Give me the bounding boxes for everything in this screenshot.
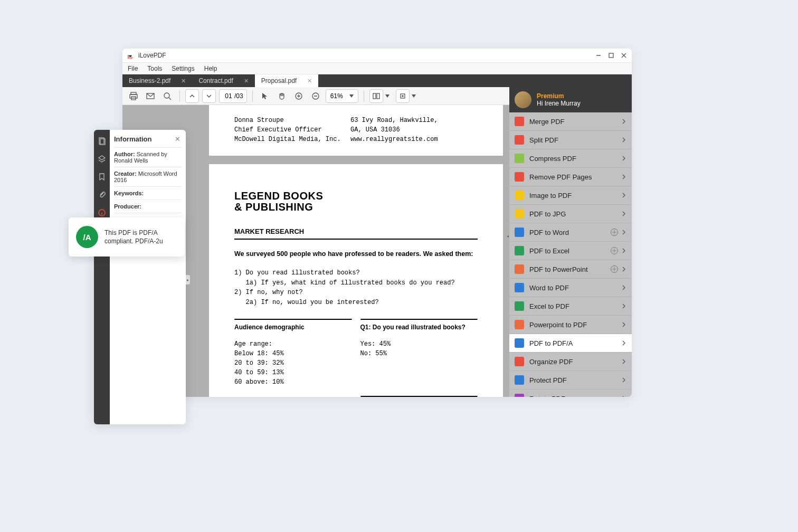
tool-icon bbox=[515, 320, 524, 329]
tool-icon bbox=[515, 246, 524, 255]
zoom-select[interactable]: 61% bbox=[326, 89, 358, 103]
tool-item-powerpoint-to-pdf[interactable]: Powerpoint to PDF bbox=[509, 316, 632, 334]
window-minimize-button[interactable] bbox=[596, 53, 601, 58]
doc-text: McDowell Digital Media, Inc. bbox=[234, 135, 350, 144]
view-mode-button[interactable] bbox=[369, 89, 383, 103]
tool-item-compress-pdf[interactable]: Compress PDF bbox=[509, 149, 632, 168]
chevron-right-icon bbox=[622, 396, 625, 397]
tab-close-icon[interactable]: ✕ bbox=[307, 78, 312, 84]
tool-label: Split PDF bbox=[529, 136, 558, 144]
zoom-value: 61% bbox=[330, 92, 343, 100]
svg-marker-18 bbox=[349, 94, 354, 98]
tool-item-pdf-to-word[interactable]: PDF to Word bbox=[509, 223, 632, 242]
tool-item-organize-pdf[interactable]: Organize PDF bbox=[509, 353, 632, 371]
page-input[interactable]: 01 /03 bbox=[219, 89, 247, 103]
document-page-2: LEGEND BOOKS & PUBLISHING MARKET RESEARC… bbox=[209, 164, 503, 397]
rotate-button[interactable] bbox=[396, 89, 410, 103]
search-button[interactable] bbox=[160, 89, 174, 103]
chevron-right-icon bbox=[622, 359, 625, 364]
menu-tools[interactable]: Tools bbox=[147, 65, 162, 72]
email-button[interactable] bbox=[144, 89, 157, 103]
tool-item-protect-pdf[interactable]: Protect PDF bbox=[509, 371, 632, 390]
tab-business[interactable]: Business-2.pdf ✕ bbox=[122, 74, 192, 87]
zoom-in-button[interactable] bbox=[292, 89, 306, 103]
globe-icon bbox=[611, 265, 618, 273]
tool-label: Image to PDF bbox=[529, 192, 572, 200]
tab-close-icon[interactable]: ✕ bbox=[181, 78, 186, 84]
compliance-toast: /A This PDF is PDF/A compliant. PDF/A-2u bbox=[69, 217, 185, 256]
menu-file[interactable]: File bbox=[128, 65, 138, 72]
tool-label: Excel to PDF bbox=[529, 302, 569, 310]
svg-rect-20 bbox=[377, 93, 379, 99]
doc-text: 40 to 59: 13% bbox=[234, 368, 352, 377]
menu-settings[interactable]: Settings bbox=[172, 65, 194, 72]
page-down-button[interactable] bbox=[202, 89, 216, 103]
doc-text: 1a) If yes, what kind of illustrated boo… bbox=[234, 278, 478, 288]
tool-icon bbox=[515, 117, 524, 126]
chevron-right-icon bbox=[622, 248, 625, 253]
tool-item-word-to-pdf[interactable]: Word to PDF bbox=[509, 279, 632, 297]
tab-close-icon[interactable]: ✕ bbox=[244, 78, 249, 84]
app-name: iLovePDF bbox=[138, 52, 166, 59]
document-tab-bar: Business-2.pdf ✕ Contract.pdf ✕ Proposal… bbox=[122, 74, 632, 87]
hand-tool-button[interactable] bbox=[275, 89, 289, 103]
window-maximize-button[interactable] bbox=[609, 53, 614, 58]
tab-label: Contract.pdf bbox=[198, 77, 233, 84]
tool-item-split-pdf[interactable]: Split PDF bbox=[509, 131, 632, 149]
print-button[interactable] bbox=[127, 89, 140, 103]
account-header[interactable]: Premium Hi Irene Murray bbox=[509, 87, 632, 112]
zoom-out-button[interactable] bbox=[309, 89, 322, 103]
chevron-right-icon bbox=[622, 285, 625, 290]
user-avatar bbox=[515, 91, 531, 108]
doc-text: Yes: 45% bbox=[360, 339, 478, 349]
tool-item-rotate-pdf[interactable]: Rotate PDF bbox=[509, 390, 632, 397]
tool-icon bbox=[515, 375, 524, 385]
info-row-label: Creator: bbox=[114, 170, 138, 177]
chevron-down-icon[interactable] bbox=[412, 94, 416, 98]
pointer-tool-button[interactable] bbox=[258, 89, 272, 103]
chevron-right-icon bbox=[622, 119, 625, 124]
tool-item-excel-to-pdf[interactable]: Excel to PDF bbox=[509, 297, 632, 316]
doc-column-b: Q1: Do you read illustrated books? Yes: … bbox=[360, 319, 478, 397]
pages-tab-icon[interactable] bbox=[96, 135, 108, 147]
tool-item-pdf-to-jpg[interactable]: PDF to JPG bbox=[509, 205, 632, 223]
page-up-button[interactable] bbox=[185, 89, 199, 103]
tool-label: Compress PDF bbox=[529, 155, 576, 163]
tool-icon bbox=[515, 357, 524, 366]
page-current[interactable]: 01 bbox=[223, 92, 234, 100]
tool-label: Rotate PDF bbox=[529, 395, 565, 397]
doc-text: 2a) If no, would you be interested? bbox=[234, 298, 478, 308]
tool-item-pdf-to-excel[interactable]: PDF to Excel bbox=[509, 242, 632, 260]
menubar: File Tools Settings Help bbox=[122, 63, 632, 74]
tab-contract[interactable]: Contract.pdf ✕ bbox=[192, 74, 254, 87]
tool-item-pdf-to-pdf-a[interactable]: PDF to PDF/A bbox=[509, 334, 632, 353]
tool-icon bbox=[515, 191, 524, 200]
info-panel-close-button[interactable]: ✕ bbox=[175, 135, 180, 143]
page-total: /03 bbox=[234, 92, 243, 100]
info-panel-title: Information bbox=[114, 135, 182, 143]
side-panel-expand-handle[interactable]: ▸ bbox=[186, 275, 190, 284]
globe-icon bbox=[611, 247, 618, 254]
doc-text: 63 Ivy Road, Hawkville, bbox=[350, 116, 467, 125]
account-tier-label: Premium bbox=[537, 92, 581, 100]
bookmark-tab-icon[interactable] bbox=[96, 171, 108, 183]
chevron-right-icon bbox=[622, 156, 625, 161]
info-tab-icon[interactable] bbox=[96, 207, 108, 218]
chevron-down-icon[interactable] bbox=[385, 94, 390, 98]
tool-item-merge-pdf[interactable]: Merge PDF bbox=[509, 112, 632, 131]
tab-proposal[interactable]: Proposal.pdf ✕ bbox=[255, 74, 318, 87]
tool-item-image-to-pdf[interactable]: Image to PDF bbox=[509, 186, 632, 205]
doc-text: Below 18: 45% bbox=[234, 349, 352, 358]
tool-label: Remove PDF Pages bbox=[529, 173, 592, 181]
tool-label: Organize PDF bbox=[529, 358, 573, 366]
menu-help[interactable]: Help bbox=[204, 65, 217, 72]
tool-label: PDF to Word bbox=[529, 229, 569, 236]
layers-tab-icon[interactable] bbox=[96, 153, 108, 165]
window-close-button[interactable] bbox=[621, 53, 626, 58]
doc-intro: We surveyed 500 people who have professe… bbox=[234, 250, 478, 258]
attachments-tab-icon[interactable] bbox=[96, 189, 108, 201]
tools-panel: Premium Hi Irene Murray Merge PDFSplit P… bbox=[509, 87, 632, 397]
tool-item-pdf-to-powerpoint[interactable]: PDF to PowerPoint bbox=[509, 260, 632, 279]
tool-icon bbox=[515, 135, 524, 145]
tool-item-remove-pdf-pages[interactable]: Remove PDF Pages bbox=[509, 168, 632, 186]
